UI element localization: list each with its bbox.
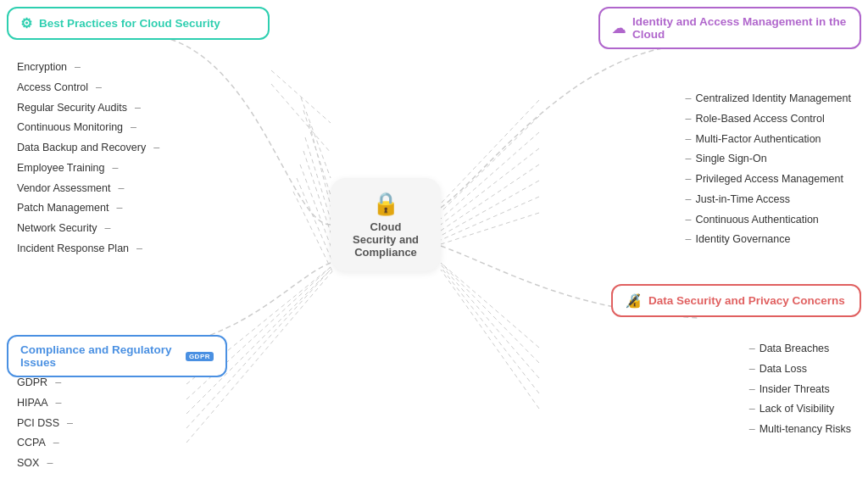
svg-line-9 bbox=[293, 192, 332, 271]
gdpr-badge: GDPR bbox=[186, 352, 214, 361]
list-item: GDPR bbox=[17, 373, 73, 393]
svg-line-1 bbox=[271, 84, 331, 153]
mind-map-diagram: 🔒 Cloud Security and Compliance ⚙ Best P… bbox=[0, 0, 868, 496]
compliance-list: GDPRHIPAAPCI DSSCCPASOX bbox=[17, 373, 73, 474]
list-item: Encryption bbox=[17, 58, 159, 78]
svg-line-3 bbox=[303, 110, 331, 195]
list-item: Identity Governance bbox=[686, 230, 851, 250]
svg-line-2 bbox=[301, 98, 331, 178]
svg-line-17 bbox=[441, 132, 539, 219]
center-node: 🔒 Cloud Security and Compliance bbox=[331, 178, 441, 271]
compliance-box: Compliance and Regulatory Issues GDPR bbox=[7, 335, 227, 377]
svg-line-15 bbox=[441, 100, 539, 203]
svg-line-23 bbox=[441, 263, 539, 348]
list-item: Vendor Assessment bbox=[17, 179, 159, 199]
list-item: Data Breaches bbox=[749, 339, 851, 359]
list-item: Just-in-Time Access bbox=[686, 190, 851, 210]
svg-line-19 bbox=[441, 164, 539, 231]
identity-label: Identity and Access Management in the Cl… bbox=[632, 15, 848, 41]
list-item: Multi-Factor Authentication bbox=[686, 130, 851, 150]
list-item: Data Loss bbox=[749, 359, 851, 380]
list-item: Access Control bbox=[17, 78, 159, 98]
svg-line-24 bbox=[441, 263, 539, 363]
svg-line-27 bbox=[441, 270, 539, 409]
svg-line-26 bbox=[441, 267, 539, 393]
svg-line-0 bbox=[271, 70, 331, 123]
svg-line-21 bbox=[441, 197, 539, 240]
list-item: Lack of Visibility bbox=[749, 399, 851, 420]
list-item: Incident Response Plan bbox=[17, 239, 159, 259]
identity-list: Centralized Identity ManagementRole-Base… bbox=[686, 89, 851, 250]
svg-line-8 bbox=[297, 178, 332, 261]
list-item: HIPAA bbox=[17, 393, 73, 414]
cloud-lock-icon: 🔒 bbox=[372, 191, 399, 217]
list-item: CCPA bbox=[17, 433, 73, 454]
best-practices-label: Best Practices for Cloud Security bbox=[39, 17, 220, 30]
svg-line-11 bbox=[186, 267, 331, 399]
svg-line-20 bbox=[441, 181, 539, 236]
list-item: Data Backup and Recovery bbox=[17, 138, 159, 159]
list-item: Insider Threats bbox=[749, 380, 851, 400]
center-label: Cloud Security and Compliance bbox=[353, 220, 419, 259]
identity-icon: ☁ bbox=[612, 20, 626, 36]
list-item: Network Security bbox=[17, 219, 159, 239]
compliance-label: Compliance and Regulatory Issues bbox=[20, 343, 179, 369]
svg-line-25 bbox=[441, 265, 539, 378]
list-item: Multi-tenancy Risks bbox=[749, 420, 851, 440]
svg-line-4 bbox=[309, 124, 332, 212]
list-item: SOX bbox=[17, 454, 73, 474]
list-item: Regular Security Audits bbox=[17, 98, 159, 119]
data-security-label: Data Security and Privacy Concerns bbox=[648, 294, 845, 307]
svg-line-18 bbox=[441, 148, 539, 225]
svg-line-16 bbox=[441, 116, 539, 212]
list-item: Single Sign-On bbox=[686, 149, 851, 170]
best-practices-box: ⚙ Best Practices for Cloud Security bbox=[7, 7, 270, 40]
data-security-icon: 🔏 bbox=[625, 293, 642, 309]
gear-icon: ⚙ bbox=[20, 15, 32, 31]
list-item: Continuous Monitoring bbox=[17, 118, 159, 138]
svg-line-22 bbox=[441, 213, 539, 244]
list-item: PCI DSS bbox=[17, 414, 73, 434]
list-item: Centralized Identity Management bbox=[686, 89, 851, 109]
identity-box: ☁ Identity and Access Management in the … bbox=[598, 7, 861, 49]
list-item: Employee Training bbox=[17, 159, 159, 179]
list-item: Privileged Access Management bbox=[686, 170, 851, 190]
svg-line-5 bbox=[305, 137, 332, 225]
data-security-list: Data BreachesData LossInsider ThreatsLac… bbox=[749, 339, 851, 440]
best-practices-list: EncryptionAccess ControlRegular Security… bbox=[17, 58, 159, 259]
list-item: Patch Management bbox=[17, 198, 159, 219]
list-item: Continuous Authentication bbox=[686, 210, 851, 231]
svg-line-6 bbox=[303, 151, 332, 237]
list-item: Role-Based Access Control bbox=[686, 109, 851, 130]
data-security-box: 🔏 Data Security and Privacy Concerns bbox=[611, 284, 861, 317]
svg-line-7 bbox=[300, 164, 332, 250]
